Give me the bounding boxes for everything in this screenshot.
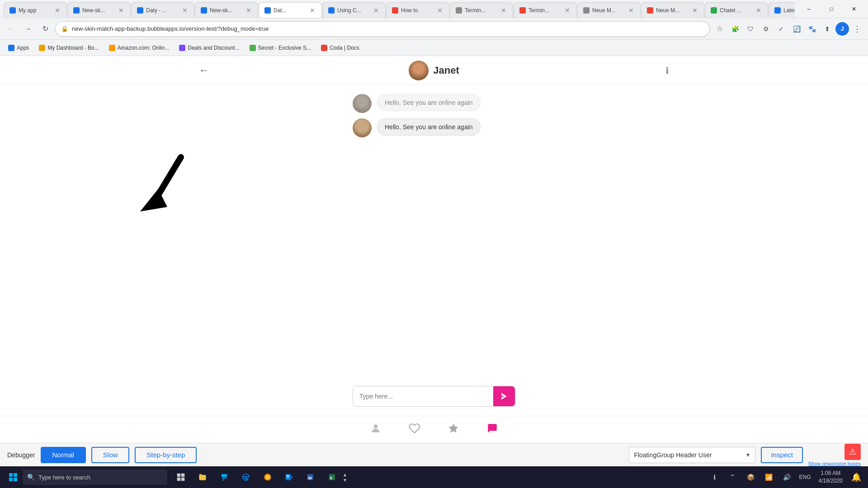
toolbar-icons: ☆ 🧩 🛡 ⚙ ✓ 🔄 🐾 ⬆ J ⋮ xyxy=(712,22,864,36)
menu-icon[interactable]: ⋮ xyxy=(850,22,864,36)
profile-icon[interactable]: J xyxy=(835,22,849,36)
taskbar-search[interactable]: 🔍 Type here to search xyxy=(23,469,167,485)
tab-favicon xyxy=(9,7,16,14)
firefox-button[interactable] xyxy=(258,467,278,487)
bookmark-deals[interactable]: Deals and Discount... xyxy=(175,42,244,54)
svg-rect-7 xyxy=(14,473,17,477)
show-responsive-link[interactable]: Show responsive boxes xyxy=(808,461,861,466)
tab-close[interactable]: ✕ xyxy=(755,6,762,14)
extension3-icon[interactable]: ⚙ xyxy=(759,22,773,36)
tab-howto[interactable]: How to ✕ xyxy=(386,2,449,18)
info-button[interactable]: ℹ xyxy=(665,65,669,76)
language-label[interactable]: ENG xyxy=(797,468,813,486)
nav-heart[interactable] xyxy=(409,422,420,437)
search-placeholder: Type here to search xyxy=(38,474,90,481)
tab-chalet[interactable]: Chalet ... ✕ xyxy=(705,2,768,18)
date-display: 4/18/2020 xyxy=(819,477,843,485)
tab-close[interactable]: ✕ xyxy=(118,6,125,14)
volume-icon[interactable]: 🔊 xyxy=(779,468,795,486)
store-button[interactable] xyxy=(214,467,234,487)
alert-button[interactable]: ⚠ xyxy=(844,444,861,460)
network-icon[interactable]: 📶 xyxy=(761,468,777,486)
refresh-button[interactable]: ↻ xyxy=(38,22,52,36)
bookmark-amazon[interactable]: Amazon.com: Onlin... xyxy=(104,42,174,54)
tab-close[interactable]: ✕ xyxy=(436,6,443,14)
word-button[interactable]: W xyxy=(301,467,321,487)
address-bar[interactable]: 🔒 new-skin-match-app-backup.bubbleapps.i… xyxy=(55,21,710,37)
tab-usingc[interactable]: Using C... ✕ xyxy=(322,2,386,18)
tab-close[interactable]: ✕ xyxy=(181,6,189,14)
back-button[interactable]: ← xyxy=(199,65,209,76)
close-button[interactable]: ✕ xyxy=(844,0,864,18)
tab-favicon xyxy=(774,7,781,14)
task-view-button[interactable] xyxy=(171,467,191,487)
tab-close[interactable]: ✕ xyxy=(691,6,698,14)
excel-button[interactable]: X xyxy=(323,467,343,487)
search-icon: 🔍 xyxy=(27,474,35,481)
edge-button[interactable] xyxy=(236,467,256,487)
tab-close-active[interactable]: ✕ xyxy=(309,6,316,14)
tab-close[interactable]: ✕ xyxy=(627,6,635,14)
taskbar-up-icon[interactable]: ⌃ xyxy=(725,468,741,486)
inspect-button[interactable]: Inspect xyxy=(761,447,802,463)
extension5-icon[interactable]: 🔄 xyxy=(789,22,804,36)
tab-close[interactable]: ✕ xyxy=(54,6,61,14)
tab-terminal1[interactable]: Termin... ✕ xyxy=(450,2,513,18)
bookmark-apps[interactable]: Apps xyxy=(4,42,33,54)
bookmark-coda[interactable]: Coda | Docs xyxy=(316,42,364,54)
tab-favicon xyxy=(583,7,590,14)
svg-marker-2 xyxy=(140,189,167,211)
tab-close[interactable]: ✕ xyxy=(245,6,252,14)
tab-close[interactable]: ✕ xyxy=(500,6,507,14)
message-input[interactable] xyxy=(353,386,493,406)
file-explorer-button[interactable] xyxy=(193,467,212,487)
tab-terminal2[interactable]: Termin... ✕ xyxy=(514,2,577,18)
tab-latest[interactable]: Latest ... ✕ xyxy=(769,2,795,18)
tab-close[interactable]: ✕ xyxy=(564,6,571,14)
tab-newsk1[interactable]: New-sk... ✕ xyxy=(67,2,131,18)
message-row: Hello, See you are online again xyxy=(353,94,515,113)
extension6-icon[interactable]: 🐾 xyxy=(805,22,819,36)
tab-daty[interactable]: Daty - ... ✕ xyxy=(131,2,194,18)
tab-dat-active[interactable]: Dat... ✕ xyxy=(259,2,322,18)
stepbystep-button[interactable]: Step-by-step xyxy=(135,447,197,463)
dropbox-icon[interactable]: 📦 xyxy=(743,468,759,486)
title-bar: My app ✕ New-sk... ✕ Daty - ... ✕ New-sk… xyxy=(0,0,868,18)
nav-profile[interactable] xyxy=(370,422,382,437)
tab-myapp[interactable]: My app ✕ xyxy=(4,2,67,18)
scroll-down[interactable]: ▼ xyxy=(343,477,347,483)
slow-button[interactable]: Slow xyxy=(91,447,130,463)
bookmark-star-icon[interactable]: ☆ xyxy=(712,22,727,36)
tab-newsk2[interactable]: New-sk... ✕ xyxy=(195,2,258,18)
bookmark-secret[interactable]: Secret - Exclusive S... xyxy=(245,42,316,54)
svg-rect-19 xyxy=(286,475,289,476)
outlook-button[interactable] xyxy=(279,467,299,487)
back-button[interactable]: ← xyxy=(4,22,18,36)
start-button[interactable] xyxy=(4,468,23,487)
scroll-up[interactable]: ▲ xyxy=(343,472,347,477)
svg-point-4 xyxy=(374,424,378,428)
notification-button[interactable]: 🔔 xyxy=(848,468,864,486)
tab-close[interactable]: ✕ xyxy=(373,6,380,14)
nav-star[interactable] xyxy=(448,422,459,437)
extension2-icon[interactable]: 🛡 xyxy=(743,22,758,36)
element-selector[interactable]: FloatingGroup Header User ▼ xyxy=(629,447,755,463)
maximize-button[interactable]: □ xyxy=(821,0,842,18)
forward-button[interactable]: → xyxy=(21,22,35,36)
extension7-icon[interactable]: ⬆ xyxy=(820,22,835,36)
bookmark-dashboard[interactable]: My Dashboard - Bo... xyxy=(34,42,103,54)
debugger-bar: Debugger Normal Slow Step-by-step Floati… xyxy=(0,443,868,466)
send-button[interactable] xyxy=(493,386,515,406)
minimize-button[interactable]: – xyxy=(798,0,819,18)
taskbar-info-icon[interactable]: ℹ xyxy=(707,468,723,486)
normal-button[interactable]: Normal xyxy=(41,447,86,463)
tab-neuem2[interactable]: Neue M... ✕ xyxy=(641,2,704,18)
tab-neuem1[interactable]: Neue M... ✕ xyxy=(577,2,641,18)
taskbar-clock[interactable]: 1:06 AM 4/18/2020 xyxy=(815,469,846,485)
nav-chat[interactable] xyxy=(486,422,498,437)
message-bubble: Hello, See you are online again xyxy=(377,94,481,111)
svg-rect-12 xyxy=(177,478,181,481)
extension4-icon[interactable]: ✓ xyxy=(774,22,788,36)
extension1-icon[interactable]: 🧩 xyxy=(728,22,742,36)
address-text: new-skin-match-app-backup.bubbleapps.io/… xyxy=(72,25,703,32)
